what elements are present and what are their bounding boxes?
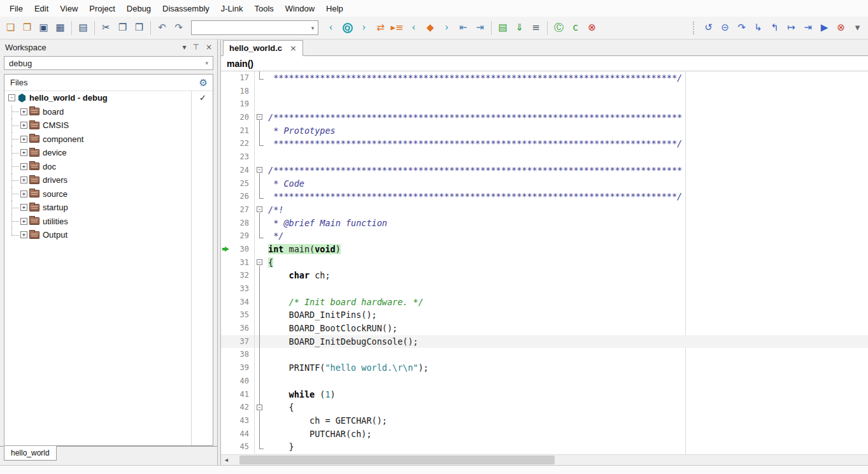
break-icon[interactable]: ⊝ (717, 20, 733, 36)
code-line[interactable]: 30int main(void) (221, 243, 868, 256)
line-number[interactable]: 27 (231, 203, 254, 217)
scroll-left-icon[interactable]: ◂ (221, 455, 232, 465)
line-number[interactable]: 30 (231, 243, 254, 256)
pin-icon[interactable]: ⊤ (192, 43, 199, 52)
execution-arrow-slot[interactable] (221, 217, 231, 230)
code-line[interactable]: 36 BOARD_BootClockRUN(); (221, 322, 868, 335)
fold-marker[interactable] (254, 361, 264, 375)
menu-view[interactable]: View (54, 1, 83, 16)
execution-arrow-slot[interactable] (221, 388, 231, 401)
c-sources-icon[interactable]: c (567, 20, 583, 36)
compile-icon[interactable]: Ⓒ (551, 20, 567, 36)
reset-icon[interactable]: ↺ (701, 20, 716, 36)
close-tab-icon[interactable]: × (290, 43, 297, 53)
disassembly-window-icon[interactable]: ≡ (528, 20, 544, 36)
line-number[interactable]: 37 (231, 335, 254, 348)
line-number[interactable]: 33 (231, 282, 254, 296)
fold-marker[interactable]: - (254, 164, 264, 177)
line-number[interactable]: 18 (231, 85, 254, 98)
execution-arrow-slot[interactable] (221, 361, 231, 375)
code-line[interactable]: 35 BOARD_InitPins(); (221, 308, 868, 322)
fold-marker[interactable]: - (254, 203, 264, 217)
fold-marker[interactable] (254, 269, 264, 282)
line-number[interactable]: 21 (231, 124, 254, 138)
download-and-debug-icon[interactable]: ⇓ (511, 20, 527, 36)
execution-arrow-slot[interactable] (221, 137, 231, 150)
configuration-dropdown[interactable]: debug ▾ (4, 56, 213, 70)
fold-marker[interactable]: - (254, 401, 264, 414)
new-document-icon[interactable]: ❏ (3, 20, 18, 36)
next-breakpoint-icon[interactable]: › (439, 20, 455, 36)
code-line[interactable]: 28 * @brief Main function (221, 217, 868, 230)
execution-arrow-slot[interactable] (221, 229, 231, 243)
tree-item-doc[interactable]: +doc (4, 160, 213, 174)
expand-icon[interactable]: + (20, 218, 27, 225)
execution-arrow-slot[interactable] (221, 111, 231, 124)
execution-arrow-slot[interactable] (221, 401, 231, 414)
toggle-bookmark-icon[interactable]: ⇄ (373, 20, 388, 36)
expand-icon[interactable]: + (20, 204, 27, 211)
fold-box-icon[interactable]: - (257, 114, 262, 120)
line-number[interactable]: 40 (231, 375, 254, 388)
execution-arrow-slot[interactable] (221, 71, 231, 85)
fold-marker[interactable] (254, 217, 264, 230)
execution-arrow-slot[interactable] (221, 348, 231, 361)
line-number[interactable]: 19 (231, 97, 254, 111)
line-number[interactable]: 17 (231, 71, 254, 85)
toolbar-overflow-icon[interactable]: ▾ (850, 20, 865, 36)
fold-marker[interactable] (254, 427, 264, 441)
fold-marker[interactable]: - (254, 111, 264, 124)
code-line[interactable]: 41 while (1) (221, 388, 868, 401)
line-number[interactable]: 41 (231, 388, 254, 401)
execution-arrow-slot[interactable] (221, 414, 231, 427)
tree-item-project[interactable]: -hello_world - debug✓ (4, 91, 213, 105)
tree-item-drivers[interactable]: +drivers (4, 173, 213, 187)
editor-tab-hello-world-c[interactable]: hello_world.c × (223, 40, 303, 56)
collapse-icon[interactable]: - (8, 94, 15, 101)
workspace-tab-hello-world[interactable]: hello_world (4, 446, 57, 461)
execution-arrow-slot[interactable] (221, 256, 231, 269)
code-line[interactable]: 44 PUTCHAR(ch); (221, 427, 868, 441)
fold-marker[interactable] (254, 137, 264, 150)
expand-icon[interactable]: + (20, 108, 27, 115)
step-over-icon[interactable]: ↷ (734, 20, 750, 36)
line-number[interactable]: 22 (231, 137, 254, 150)
line-number[interactable]: 20 (231, 111, 254, 124)
fold-marker[interactable] (254, 440, 264, 454)
save-icon[interactable]: ▣ (36, 20, 52, 36)
tree-item-cmsis[interactable]: +CMSIS (4, 118, 213, 133)
tree-item-output[interactable]: +Output (4, 228, 213, 242)
code-line[interactable]: 31-{ (221, 256, 868, 269)
window-menu-icon[interactable]: ▾ (182, 43, 186, 52)
fold-marker[interactable] (254, 414, 264, 427)
execution-arrow-slot[interactable] (221, 322, 231, 335)
search-input[interactable] (192, 22, 308, 34)
execution-arrow-slot[interactable] (221, 150, 231, 164)
code-line[interactable]: 34 /* Init board hardware. */ (221, 296, 868, 309)
next-bookmark-icon[interactable]: ▸≡ (389, 20, 405, 36)
expand-icon[interactable]: + (20, 190, 27, 198)
fold-marker[interactable] (254, 335, 264, 348)
gear-icon[interactable]: ⚙ (199, 77, 208, 89)
fold-box-icon[interactable]: - (257, 167, 262, 173)
execution-arrow-slot[interactable] (221, 97, 231, 111)
code-line[interactable]: 21 * Prototypes (221, 124, 868, 138)
open-document-icon[interactable]: ❐ (19, 20, 35, 36)
next-statement-icon[interactable]: ↦ (783, 20, 799, 36)
line-number[interactable]: 43 (231, 414, 254, 427)
find-previous-icon[interactable]: ‹ (323, 20, 339, 36)
run-to-cursor-icon[interactable]: ⇥ (800, 20, 816, 36)
code-line[interactable]: 40 (221, 375, 868, 388)
line-number[interactable]: 36 (231, 322, 254, 335)
expand-icon[interactable]: + (20, 163, 27, 170)
redo-icon[interactable]: ↷ (171, 20, 187, 36)
undo-icon[interactable]: ↶ (154, 20, 170, 36)
step-into-icon[interactable]: ↳ (750, 20, 766, 36)
code-line[interactable]: 27-/*! (221, 203, 868, 217)
step-out-icon[interactable]: ↰ (767, 20, 783, 36)
code-line[interactable]: 45 } (221, 440, 868, 454)
execution-arrow-slot[interactable] (221, 124, 231, 138)
function-selector[interactable]: main() (221, 56, 868, 71)
menu-j-link[interactable]: J-Link (215, 1, 249, 16)
fold-box-icon[interactable]: - (257, 206, 262, 212)
